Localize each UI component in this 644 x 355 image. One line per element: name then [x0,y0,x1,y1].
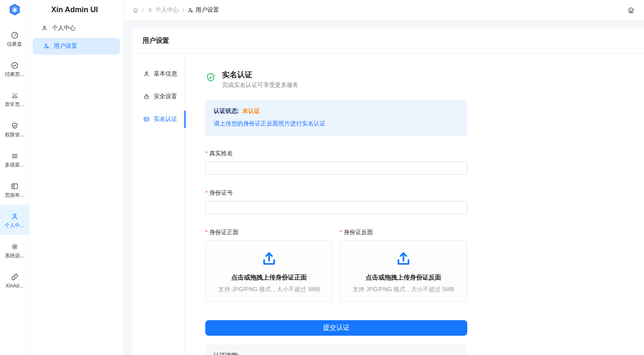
status-label: 认证状态: [214,107,239,114]
topbar-home-button[interactable] [627,6,635,14]
tab-label: 安全设置 [154,93,177,100]
link-icon [10,273,19,281]
person-icon [143,70,150,77]
card-title: 用户设置 [142,37,169,45]
rail-item-system-settings[interactable]: 系统设... [0,235,29,265]
rail-item-label: 结果页... [5,72,24,77]
rail-item-label: XinAd... [5,283,23,288]
icon-rail: 仪表盘 结果页... 异常页... 权限管... 多级菜... [0,0,29,355]
exception-page-icon [10,91,19,100]
id-back-dropzone[interactable]: 点击或拖拽上传身份证反面 支持 JPG/PNG 格式，大小不超过 5MB [340,240,467,302]
sidebar-item-label: 用户设置 [54,42,77,50]
rail-item-label: 系统设... [5,253,24,258]
dashboard-icon [10,31,19,39]
app-title: Xin Admin UI [29,0,123,20]
id-number-input[interactable] [205,201,467,214]
id-card-icon [143,116,150,123]
dropzone-hint: 支持 JPG/PNG 格式，大小不超过 5MB [218,286,320,293]
rail-item-exception-pages[interactable]: 异常页... [0,84,29,114]
field-label: 真实姓名 [209,150,233,157]
verification-notes-box: 认证说明: 我们会对您的个人信息严格保密 [205,345,467,355]
real-name-input[interactable] [205,162,467,175]
person-icon [147,7,153,13]
app-root: 仪表盘 结果页... 异常页... 权限管... 多级菜... [0,0,644,355]
breadcrumb-label: 用户设置 [196,6,219,14]
rail-item-label: 权限管... [5,132,24,137]
upload-id-back: *身份证反面 点击或拖拽上传身份证反面 支持 JPG/PNG 格式，大小不超过 … [340,229,467,302]
rail-item-profile[interactable]: 个人中... [0,205,29,235]
home-icon [627,6,635,14]
status-badge: 未认证 [243,107,260,114]
breadcrumb-personal-center[interactable]: 个人中心 [147,6,179,14]
rail-item-label: 异常页... [5,102,24,107]
rail-item-result-pages[interactable]: 结果页... [0,54,29,84]
breadcrumb: / 个人中心 / 用户设置 [132,6,219,14]
rail-item-label: 多级菜... [5,162,24,167]
notes-title: 认证说明: [214,352,459,355]
main-area: / 个人中心 / 用户设置 用户设置 [124,0,644,355]
sidebar-item-user-settings[interactable]: 用户设置 [33,38,120,55]
status-hint: 请上传您的身份证正反面照片进行实名认证 [214,120,459,128]
lock-icon [143,93,150,100]
verification-status-box: 认证状态: 未认证 请上传您的身份证正反面照片进行实名认证 [205,100,467,136]
upload-icon [260,249,278,268]
required-mark: * [205,150,207,157]
real-name-verification-pane: 实名认证 完成实名认证可享受更多服务 认证状态: 未认证 请上传您的身份证正反面… [205,53,467,355]
secondary-sidebar: Xin Admin UI 个人中心 用户设置 [29,0,124,355]
breadcrumb-separator: / [182,7,184,13]
field-label: 身份证号 [209,189,233,196]
dropzone-text: 点击或拖拽上传身份证正面 [231,274,307,282]
tab-security-settings[interactable]: 安全设置 [132,85,185,108]
settings-tabs: 基本信息 安全设置 实名认证 [132,53,185,355]
breadcrumb-label: 个人中心 [155,6,179,14]
rail-item-label: 个人中... [5,223,24,228]
tab-label: 基本信息 [154,70,177,78]
user-settings-card: 用户设置 基本信息 安全设置 [132,29,644,355]
upload-id-front: *身份证正面 点击或拖拽上传身份证正面 支持 JPG/PNG 格式，大小不超过 … [205,229,333,302]
person-icon [41,25,48,31]
system-settings-icon [10,243,19,251]
required-mark: * [205,229,207,235]
app-logo-icon[interactable] [7,3,22,18]
sidebar-group-label: 个人中心 [52,24,76,32]
rail-item-page-layout[interactable]: 页面布... [0,175,29,205]
verification-subtitle: 完成实名认证可享受更多服务 [222,81,298,89]
profile-icon [10,212,19,221]
verification-title: 实名认证 [222,70,298,80]
submit-verification-button[interactable]: 提交认证 [205,320,467,336]
rail-item-dashboard[interactable]: 仪表盘 [0,23,29,54]
rail-item-xinadmin-link[interactable]: XinAd... [0,265,29,295]
shield-check-icon [205,72,216,83]
tab-basic-info[interactable]: 基本信息 [132,63,185,85]
upload-label: 身份证反面 [343,229,373,235]
breadcrumb-home[interactable] [132,7,139,13]
page-content: 用户设置 基本信息 安全设置 [124,20,644,355]
breadcrumb-separator: / [142,7,144,13]
tab-label: 实名认证 [154,115,177,123]
upload-label: 身份证正面 [209,229,238,235]
user-settings-icon [43,43,50,50]
tab-real-name-verification[interactable]: 实名认证 [132,108,185,131]
field-id-number: *身份证号 [205,189,467,214]
required-mark: * [340,229,342,235]
upload-icon [394,249,413,268]
required-mark: * [205,189,207,196]
dropzone-hint: 支持 JPG/PNG 格式，大小不超过 5MB [353,286,454,293]
rail-item-label: 仪表盘 [7,42,22,47]
dropzone-text: 点击或拖拽上传身份证反面 [366,274,441,282]
user-settings-icon [187,7,194,13]
topbar: / 个人中心 / 用户设置 [124,0,644,20]
rail-item-multilevel-menu[interactable]: 多级菜... [0,144,29,175]
result-page-icon [10,61,19,70]
home-icon [132,7,139,13]
sidebar-group-personal-center[interactable]: 个人中心 [29,20,123,36]
page-layout-icon [10,182,19,191]
id-front-dropzone[interactable]: 点击或拖拽上传身份证正面 支持 JPG/PNG 格式，大小不超过 5MB [205,240,333,302]
multilevel-menu-icon [10,152,19,160]
breadcrumb-user-settings: 用户设置 [187,6,219,14]
verification-header: 实名认证 完成实名认证可享受更多服务 [205,70,467,89]
card-header: 用户设置 [132,29,644,53]
field-real-name: *真实姓名 [205,150,467,175]
rail-item-permission[interactable]: 权限管... [0,114,29,144]
rail-item-label: 页面布... [5,193,24,198]
